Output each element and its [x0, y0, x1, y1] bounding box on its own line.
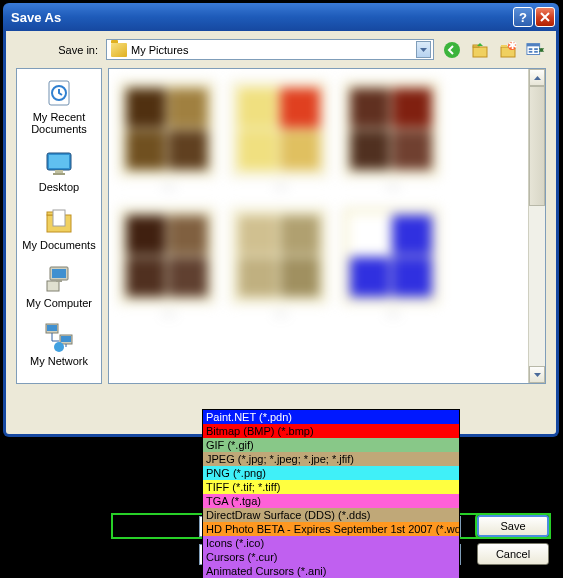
place-documents[interactable]: My Documents: [17, 201, 101, 259]
svg-rect-1: [473, 47, 487, 57]
titlebar[interactable]: Save As ?: [3, 3, 559, 31]
filetype-option[interactable]: Paint.NET (*.pdn): [203, 410, 459, 424]
view-menu-button[interactable]: [526, 40, 546, 60]
svg-rect-21: [53, 210, 65, 226]
computer-icon: [43, 263, 75, 295]
svg-text:✱: ✱: [508, 41, 517, 51]
filetype-option[interactable]: TGA (*.tga): [203, 494, 459, 508]
svg-rect-17: [55, 170, 63, 173]
filetype-option[interactable]: Cursors (*.cur): [203, 550, 459, 564]
place-label: Desktop: [39, 181, 79, 193]
up-button[interactable]: [470, 40, 490, 60]
scroll-down-button[interactable]: [529, 366, 545, 383]
filetype-option[interactable]: GIF (*.gif): [203, 438, 459, 452]
back-button[interactable]: [442, 40, 462, 60]
filetype-option[interactable]: DirectDraw Surface (DDS) (*.dds): [203, 508, 459, 522]
svg-rect-12: [534, 50, 538, 52]
place-desktop[interactable]: Desktop: [17, 143, 101, 201]
place-label: My Recent Documents: [19, 111, 99, 135]
svg-point-30: [54, 342, 64, 352]
help-button[interactable]: ?: [513, 7, 533, 27]
filetype-option[interactable]: TIFF (*.tif; *.tiff): [203, 480, 459, 494]
place-label: My Documents: [22, 239, 95, 251]
svg-point-0: [444, 42, 460, 58]
documents-icon: [43, 205, 75, 237]
filetype-dropdown[interactable]: Paint.NET (*.pdn)Bitmap (BMP) (*.bmp)GIF…: [202, 409, 460, 578]
network-icon: [43, 321, 75, 353]
scroll-up-button[interactable]: [529, 69, 545, 86]
svg-rect-29: [61, 336, 71, 342]
svg-rect-27: [47, 325, 57, 331]
svg-rect-9: [529, 48, 533, 50]
window-title: Save As: [11, 10, 61, 25]
svg-rect-18: [53, 173, 65, 175]
close-button[interactable]: [535, 7, 555, 27]
svg-rect-11: [534, 48, 538, 50]
filetype-option[interactable]: HD Photo BETA - Expires September 1st 20…: [203, 522, 459, 536]
places-bar: My Recent Documents Desktop My Documents…: [16, 68, 102, 384]
svg-rect-8: [527, 43, 540, 46]
new-folder-button[interactable]: ✱: [498, 40, 518, 60]
place-label: My Computer: [26, 297, 92, 309]
svg-rect-25: [56, 280, 62, 282]
filetype-option[interactable]: Bitmap (BMP) (*.bmp): [203, 424, 459, 438]
svg-rect-16: [49, 155, 69, 168]
svg-rect-4: [501, 45, 507, 47]
filetype-option[interactable]: JPEG (*.jpg; *.jpeg; *.jpe; *.jfif): [203, 452, 459, 466]
svg-rect-23: [52, 269, 66, 278]
scrollbar[interactable]: [528, 69, 545, 383]
recent-icon: [43, 77, 75, 109]
filetype-option[interactable]: Icons (*.ico): [203, 536, 459, 550]
filetype-option[interactable]: Animated Cursors (*.ani): [203, 564, 459, 578]
svg-rect-24: [47, 281, 59, 291]
desktop-icon: [43, 147, 75, 179]
place-recent[interactable]: My Recent Documents: [17, 73, 101, 143]
place-network[interactable]: My Network: [17, 317, 101, 375]
place-computer[interactable]: My Computer: [17, 259, 101, 317]
filename-label: File name:: [113, 520, 199, 532]
scroll-thumb[interactable]: [529, 86, 545, 206]
savein-combo[interactable]: My Pictures: [106, 39, 434, 60]
savein-label: Save in:: [52, 44, 98, 56]
savetype-label: Save as type:: [113, 548, 199, 560]
save-button[interactable]: Save: [477, 515, 549, 537]
place-label: My Network: [30, 355, 88, 367]
folder-icon: [111, 43, 127, 57]
close-icon: [540, 12, 550, 22]
filetype-option[interactable]: PNG (*.png): [203, 466, 459, 480]
file-thumbnails: ---- ---- ---- ---- ---- ----: [109, 69, 545, 383]
cancel-button[interactable]: Cancel: [477, 543, 549, 565]
svg-rect-10: [529, 50, 533, 52]
chevron-down-icon[interactable]: [416, 41, 431, 58]
savein-value: My Pictures: [131, 44, 188, 56]
file-list[interactable]: ---- ---- ---- ---- ---- ----: [108, 68, 546, 384]
